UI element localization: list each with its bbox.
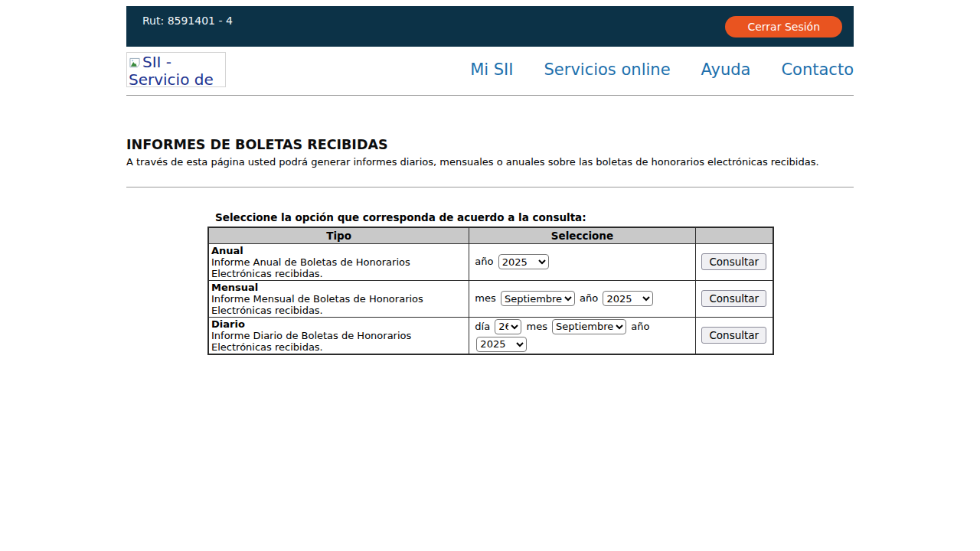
content-divider	[126, 187, 854, 187]
diario-year-select[interactable]: 2025	[476, 337, 527, 352]
informes-table: Tipo Seleccione Anual Informe Anual de B…	[207, 227, 774, 355]
table-row-anual: Anual Informe Anual de Boletas de Honora…	[208, 243, 773, 280]
table-caption: Seleccione la opción que corresponda de …	[207, 211, 774, 223]
page-container: Rut: 8591401 - 4 Cerrar Sesión SII - Ser…	[126, 6, 854, 355]
row-diario-type: Diario	[211, 318, 245, 330]
consulta-section: Seleccione la opción que corresponda de …	[207, 211, 774, 355]
row-diario-desc: Informe Diario de Boletas de Honorarios …	[211, 330, 411, 353]
anual-year-label: año	[475, 256, 493, 267]
nav-servicios-online[interactable]: Servicios online	[544, 60, 671, 79]
header-tipo: Tipo	[208, 227, 469, 243]
logo-alt-text: SII - Servicio de	[129, 53, 214, 87]
nav-ayuda[interactable]: Ayuda	[701, 60, 751, 79]
page-title: INFORMES DE BOLETAS RECIBIDAS	[126, 137, 854, 152]
nav-mi-sii[interactable]: Mi SII	[470, 60, 513, 79]
diario-month-select[interactable]: Septiembre	[552, 319, 626, 334]
row-mensual-type: Mensual	[211, 282, 258, 293]
anual-consultar-button[interactable]: Consultar	[701, 253, 766, 270]
site-header: SII - Servicio de Mi SII Servicios onlin…	[126, 52, 854, 87]
diario-consultar-button[interactable]: Consultar	[701, 327, 766, 344]
diario-day-select[interactable]: 26	[495, 319, 521, 334]
table-header-row: Tipo Seleccione	[208, 227, 773, 243]
row-anual-type: Anual	[211, 245, 243, 256]
header-seleccione: Seleccione	[469, 227, 695, 243]
topbar: Rut: 8591401 - 4 Cerrar Sesión	[126, 6, 854, 47]
row-anual-desc: Informe Anual de Boletas de Honorarios E…	[211, 256, 410, 279]
broken-image-icon	[129, 55, 141, 67]
mensual-month-label: mes	[475, 292, 495, 304]
page-subtitle: A través de esta página usted podrá gene…	[126, 156, 854, 168]
diario-year-label: año	[631, 320, 649, 331]
main-nav: Mi SII Servicios online Ayuda Contacto	[439, 60, 854, 79]
mensual-consultar-button[interactable]: Consultar	[701, 290, 766, 307]
row-mensual-desc: Informe Mensual de Boletas de Honorarios…	[211, 293, 423, 316]
table-row-diario: Diario Informe Diario de Boletas de Hono…	[208, 317, 773, 354]
mensual-month-select[interactable]: Septiembre	[501, 291, 575, 306]
mensual-year-select[interactable]: 2025	[603, 291, 653, 306]
header-divider	[126, 95, 854, 96]
logout-button[interactable]: Cerrar Sesión	[725, 16, 842, 37]
nav-contacto[interactable]: Contacto	[781, 60, 854, 79]
sii-logo[interactable]: SII - Servicio de	[126, 52, 226, 87]
rut-label: Rut: 8591401 - 4	[142, 15, 233, 47]
table-row-mensual: Mensual Informe Mensual de Boletas de Ho…	[208, 280, 773, 317]
diario-month-label: mes	[526, 320, 547, 331]
anual-year-select[interactable]: 2025	[498, 254, 549, 269]
header-accion	[695, 227, 773, 243]
diario-day-label: día	[475, 320, 490, 331]
mensual-year-label: año	[580, 292, 598, 304]
